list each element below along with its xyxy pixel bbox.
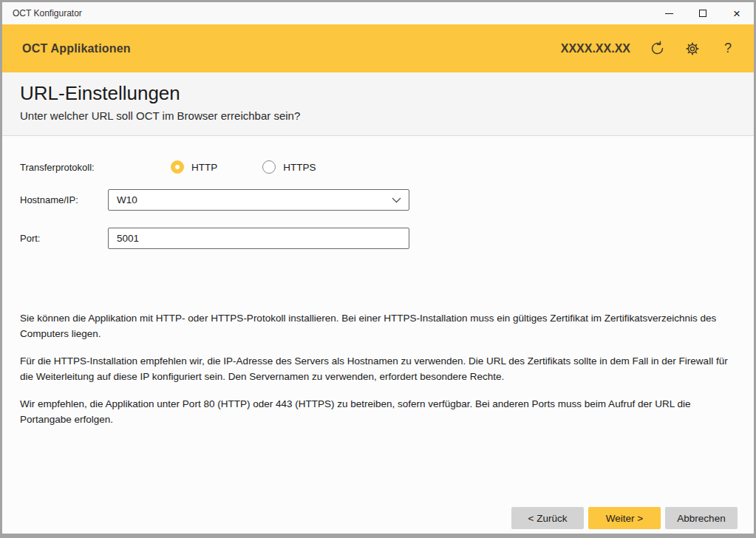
back-button[interactable]: < Zurück [511,507,584,529]
port-row: Port: [20,228,736,249]
info-text: Sie können die Applikation mit HTTP- ode… [20,310,736,427]
radio-option-http[interactable]: HTTP [171,160,217,174]
gear-icon[interactable] [684,40,701,58]
minimize-icon [665,13,673,14]
hostname-input[interactable] [109,190,409,210]
page-subtitle: Unter welcher URL soll OCT im Browser er… [20,109,736,122]
port-field[interactable] [108,228,409,249]
hostname-row: Hostname/IP: [20,189,736,211]
next-button[interactable]: Weiter > [588,507,661,529]
protocol-label: Transferprotokoll: [20,162,108,173]
app-window: OCT Konfigurator × OCT Applikationen XXX… [0,0,756,538]
app-title: OCT Applikationen [22,42,131,55]
close-icon: × [733,7,740,20]
maximize-icon [699,10,706,17]
wizard-footer: < Zurück Weiter > Abbrechen [511,507,738,529]
main-content: Transferprotokoll: HTTP HTTPS Hostname/I… [2,160,754,427]
radio-option-https[interactable]: HTTPS [262,160,316,174]
titlebar: OCT Konfigurator × [2,2,754,24]
hostname-combobox[interactable] [108,189,409,211]
app-header: OCT Applikationen XXXX.XX.XX [2,24,754,72]
info-paragraph-3: Wir empfehlen, die Applikation unter Por… [20,396,736,427]
refresh-icon[interactable] [648,40,666,58]
close-button[interactable]: × [720,2,754,24]
info-paragraph-2: Für die HTTPS-Installation empfehlen wir… [20,353,736,384]
window-title: OCT Konfigurator [13,8,82,18]
radio-https-icon [262,160,276,174]
page-title: URL-Einstellungen [20,82,736,105]
app-header-actions: XXXX.XX.XX [561,40,737,58]
maximize-button[interactable] [686,2,720,24]
page-header: URL-Einstellungen Unter welcher URL soll… [2,72,754,136]
help-glyph: ? [724,41,732,56]
port-label: Port: [20,233,108,244]
radio-http-label: HTTP [191,162,217,173]
port-input[interactable] [109,228,409,248]
url-settings-form: Transferprotokoll: HTTP HTTPS Hostname/I… [20,160,736,249]
radio-http-icon [171,160,184,174]
protocol-row: Transferprotokoll: HTTP HTTPS [20,160,736,174]
hostname-label: Hostname/IP: [20,194,108,205]
minimize-button[interactable] [652,2,686,24]
help-icon[interactable]: ? [719,40,737,58]
window-controls: × [652,2,754,24]
protocol-radio-group: HTTP HTTPS [171,160,316,174]
version-label: XXXX.XX.XX [561,42,630,55]
radio-https-label: HTTPS [283,162,316,173]
chevron-down-icon[interactable] [392,190,401,210]
info-paragraph-1: Sie können die Applikation mit HTTP- ode… [20,310,736,341]
cancel-button[interactable]: Abbrechen [665,507,738,529]
